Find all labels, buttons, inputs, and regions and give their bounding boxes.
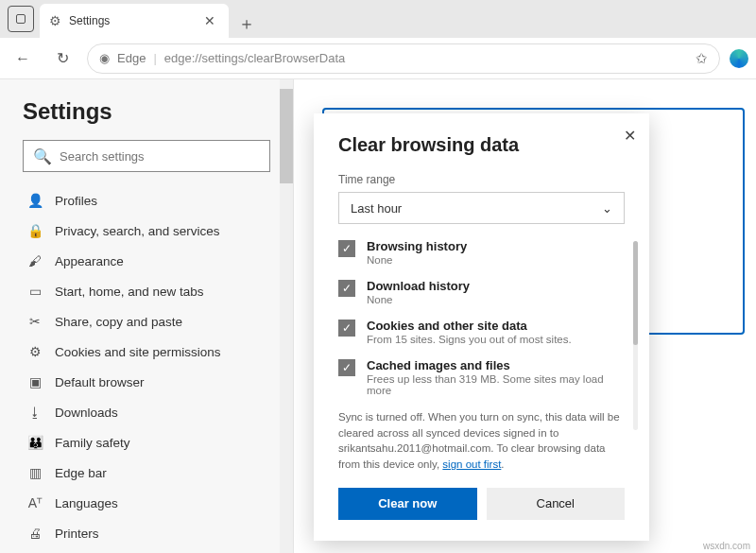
sidebar-item-profiles[interactable]: 👤Profiles — [23, 185, 270, 216]
checkbox[interactable]: ✓ — [338, 240, 355, 257]
data-type-option: ✓Cached images and filesFrees up less th… — [338, 358, 625, 396]
option-subtitle: None — [367, 294, 470, 305]
data-type-option: ✓Browsing historyNone — [338, 239, 625, 266]
nav-label: Family safety — [55, 436, 130, 450]
back-button[interactable]: ← — [8, 43, 38, 74]
cancel-button[interactable]: Cancel — [487, 488, 626, 520]
close-tab-button[interactable]: ✕ — [200, 13, 219, 28]
sidebar-item-edge-bar[interactable]: ▥Edge bar — [23, 458, 270, 488]
option-title: Cookies and other site data — [367, 319, 572, 333]
nav-icon: ⚙ — [26, 344, 43, 359]
profile-icon[interactable] — [730, 49, 748, 68]
close-dialog-button[interactable]: ✕ — [624, 127, 636, 145]
time-range-select[interactable]: Last hour ⌄ — [338, 192, 625, 224]
browser-tab[interactable]: ⚙ Settings ✕ — [40, 4, 229, 38]
nav-icon: Aᵀ — [26, 495, 43, 510]
dialog-title: Clear browsing data — [338, 134, 625, 156]
address-url: edge://settings/clearBrowserData — [164, 51, 345, 65]
nav-label: Edge bar — [55, 466, 107, 480]
nav-label: Appearance — [55, 254, 124, 268]
sidebar-item-start-home-and-new-tabs[interactable]: ▭Start, home, and new tabs — [23, 276, 270, 306]
sidebar-item-downloads[interactable]: ⭳Downloads — [23, 397, 270, 427]
sidebar-scrollbar[interactable] — [280, 79, 293, 553]
nav-label: Default browser — [55, 375, 145, 389]
data-type-option: ✓Download historyNone — [338, 279, 625, 305]
nav-icon: ▥ — [26, 465, 43, 480]
sidebar-item-family-safety[interactable]: 👪Family safety — [23, 427, 270, 458]
sign-out-link[interactable]: sign out first — [442, 458, 501, 470]
nav-label: Profiles — [55, 194, 97, 208]
sidebar-item-share-copy-and-paste[interactable]: ✂Share, copy and paste — [23, 306, 270, 337]
sidebar-item-printers[interactable]: 🖨Printers — [23, 518, 270, 548]
option-subtitle: None — [367, 254, 467, 266]
watermark: wsxdn.com — [703, 541, 750, 551]
tab-title: Settings — [69, 14, 110, 27]
nav-icon: ⭳ — [26, 405, 43, 420]
checkbox[interactable]: ✓ — [338, 359, 355, 376]
nav-icon: 👪 — [26, 435, 43, 450]
option-title: Browsing history — [367, 239, 467, 253]
gear-icon: ⚙ — [49, 13, 61, 28]
nav-label: Start, home, and new tabs — [55, 285, 204, 299]
nav-icon: 🖨 — [26, 526, 43, 541]
new-tab-button[interactable]: ＋ — [232, 9, 261, 38]
option-title: Download history — [367, 279, 470, 293]
nav-label: Cookies and site permissions — [55, 345, 221, 359]
option-title: Cached images and files — [367, 358, 625, 372]
clear-now-button[interactable]: Clear now — [338, 488, 477, 520]
address-brand: Edge — [117, 51, 146, 65]
checkbox[interactable]: ✓ — [338, 280, 355, 297]
sidebar-item-appearance[interactable]: 🖌Appearance — [23, 246, 270, 276]
nav-icon: 👤 — [26, 193, 43, 208]
option-subtitle: Frees up less than 319 MB. Some sites ma… — [367, 373, 625, 396]
checkbox[interactable]: ✓ — [338, 320, 355, 337]
address-bar[interactable]: ◉ Edge | edge://settings/clearBrowserDat… — [87, 43, 720, 74]
nav-label: Languages — [55, 496, 118, 510]
favorite-button[interactable]: ✩ — [696, 50, 708, 67]
search-icon: 🔍 — [33, 147, 52, 165]
nav-icon: ▭ — [26, 284, 43, 299]
clear-browsing-data-dialog: ✕ Clear browsing data Time range Last ho… — [314, 113, 649, 541]
search-settings-input[interactable]: 🔍 — [23, 140, 270, 172]
edge-logo-icon: ◉ — [99, 51, 110, 65]
data-type-option: ✓Cookies and other site dataFrom 15 site… — [338, 319, 625, 345]
search-field[interactable] — [60, 149, 260, 164]
options-scrollbar[interactable] — [633, 241, 638, 430]
nav-icon: ▣ — [26, 374, 43, 389]
sidebar-item-languages[interactable]: AᵀLanguages — [23, 488, 270, 518]
refresh-button[interactable]: ↻ — [47, 43, 77, 74]
nav-icon: 🖌 — [26, 253, 43, 268]
time-range-label: Time range — [338, 173, 625, 186]
nav-icon: ✂ — [26, 314, 43, 329]
nav-label: Privacy, search, and services — [55, 224, 220, 238]
option-subtitle: From 15 sites. Signs you out of most sit… — [367, 334, 572, 345]
chevron-down-icon: ⌄ — [602, 201, 612, 216]
sidebar-item-default-browser[interactable]: ▣Default browser — [23, 367, 270, 397]
nav-label: Printers — [55, 527, 99, 541]
page-title: Settings — [23, 98, 270, 125]
nav-icon: 🔒 — [26, 223, 43, 238]
sidebar-item-system-and-performance[interactable]: 💻System and performance — [23, 548, 270, 553]
tab-actions-button[interactable] — [8, 6, 34, 32]
nav-label: Downloads — [55, 406, 118, 420]
sync-info-text: Sync is turned off. When you turn on syn… — [338, 409, 625, 473]
sidebar-item-cookies-and-site-permissions[interactable]: ⚙Cookies and site permissions — [23, 337, 270, 367]
nav-label: Share, copy and paste — [55, 315, 182, 329]
sidebar-item-privacy-search-and-services[interactable]: 🔒Privacy, search, and services — [23, 216, 270, 246]
